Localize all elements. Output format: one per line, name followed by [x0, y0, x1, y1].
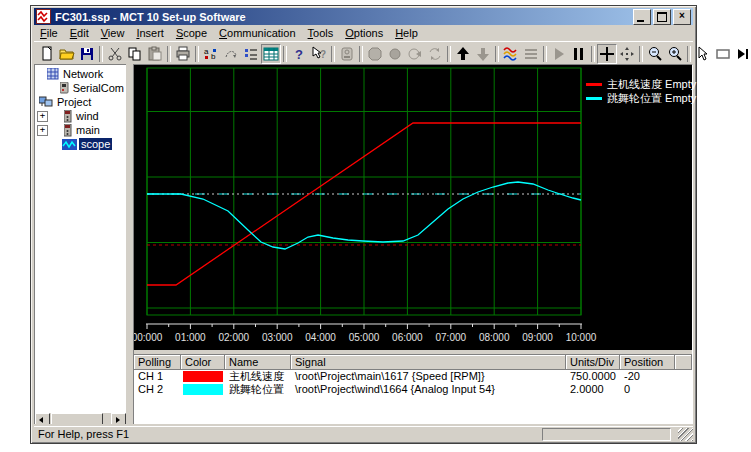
scope-chart-area[interactable]: 00:00001:00002:00003:00004:00005:00006:0…: [134, 65, 692, 350]
show-curves-button[interactable]: [501, 44, 521, 64]
resize-grip[interactable]: [678, 428, 693, 441]
cut-button[interactable]: [105, 44, 125, 64]
toolbar-separator: [359, 46, 363, 62]
start-polling-button[interactable]: [549, 44, 569, 64]
tree-label: Project: [55, 96, 93, 108]
menu-item-file[interactable]: File: [34, 25, 64, 41]
save-button[interactable]: [77, 44, 97, 64]
up-arrow-icon: [455, 46, 471, 62]
col-polling[interactable]: Polling: [134, 355, 181, 370]
menu-item-help[interactable]: Help: [389, 25, 424, 41]
svg-text:?: ?: [320, 49, 326, 60]
status-message: For Help, press F1: [34, 428, 542, 440]
go-to-end-button[interactable]: [733, 44, 751, 64]
tree-horizontal-scrollbar[interactable]: [35, 413, 126, 426]
help-button[interactable]: ?: [289, 44, 309, 64]
title-bar[interactable]: FC301.ssp - MCT 10 Set-up Software ×: [34, 8, 693, 25]
x-axis-label: 00:000: [134, 332, 163, 343]
show-lines-button[interactable]: [521, 44, 541, 64]
zoom-out-icon: [647, 46, 663, 62]
tracking-cursor-button[interactable]: [597, 44, 617, 64]
project-icon: [39, 96, 53, 108]
tree-item-wind[interactable]: + wind: [35, 109, 126, 123]
menu-item-options[interactable]: Options: [339, 25, 389, 41]
col-units-div[interactable]: Units/Div: [566, 355, 620, 370]
minimize-button[interactable]: [633, 9, 651, 25]
menu-item-edit[interactable]: Edit: [64, 25, 95, 41]
units-div-cell: 750.0000: [566, 370, 620, 383]
expand-icon[interactable]: +: [37, 125, 48, 136]
tree-item-project[interactable]: Project: [35, 95, 126, 109]
move-up-button[interactable]: [453, 44, 473, 64]
toolbar-separator: [195, 46, 199, 62]
menu-item-insert[interactable]: Insert: [130, 25, 170, 41]
panel-splitter[interactable]: [126, 64, 133, 427]
position-cell: 0: [620, 383, 675, 396]
help-icon: ?: [291, 46, 307, 62]
tree-item-serialcom[interactable]: SerialCom: [35, 81, 126, 95]
pause-polling-button[interactable]: [569, 44, 589, 64]
new-button[interactable]: [37, 44, 57, 64]
maximize-button[interactable]: [653, 9, 671, 25]
table-row-ch2[interactable]: CH 2跳舞轮位置\root\Project\wind\1664 {Analog…: [134, 383, 692, 396]
menu-item-scope[interactable]: Scope: [170, 25, 213, 41]
col-name[interactable]: Name: [225, 355, 291, 370]
network-definitions-button[interactable]: ab: [201, 44, 221, 64]
app-window: FC301.ssp - MCT 10 Set-up Software × Fil…: [30, 5, 697, 444]
tree-item-scope[interactable]: scope: [35, 137, 126, 151]
copy-button[interactable]: [125, 44, 145, 64]
window-title: FC301.ssp - MCT 10 Set-up Software: [55, 11, 631, 23]
table-view-button[interactable]: [261, 44, 281, 64]
toolbar-separator: [447, 46, 451, 62]
right-arrow-icon: [116, 417, 120, 423]
device-button[interactable]: [337, 44, 357, 64]
list-view-button[interactable]: [241, 44, 261, 64]
device-arrow-button[interactable]: [405, 44, 425, 64]
x-axis-label: 03:000: [262, 332, 293, 343]
table-row-ch1[interactable]: CH 1主机线速度\root\Project\main\1617 {Speed …: [134, 370, 692, 383]
polling-cell: CH 1: [134, 370, 181, 383]
open-button[interactable]: [57, 44, 77, 64]
pan-button[interactable]: [617, 44, 637, 64]
close-button[interactable]: ×: [673, 9, 691, 25]
name-cell: 跳舞轮位置: [225, 383, 291, 396]
expand-icon[interactable]: +: [37, 111, 48, 122]
col-color[interactable]: Color: [181, 355, 225, 370]
scope-chart[interactable]: 00:00001:00002:00003:00004:00005:00006:0…: [134, 65, 695, 350]
down-arrow-icon: [475, 46, 491, 62]
zoom-out-button[interactable]: [645, 44, 665, 64]
record-button[interactable]: [385, 44, 405, 64]
loop-icon: [223, 46, 239, 62]
ch1-legend-swatch: [586, 83, 602, 86]
lines-icon: [523, 46, 539, 62]
loop-points-button[interactable]: [221, 44, 241, 64]
stop-sign-button[interactable]: [365, 44, 385, 64]
select-cursor-button[interactable]: [693, 44, 713, 64]
toolbar-separator: [99, 46, 103, 62]
zoom-in-button[interactable]: [665, 44, 685, 64]
device-icon: [339, 46, 355, 62]
go-to-end-icon: [735, 46, 751, 62]
menu-item-view[interactable]: View: [95, 25, 131, 41]
move-down-button[interactable]: [473, 44, 493, 64]
scissors-icon: [107, 46, 123, 62]
paste-button[interactable]: [145, 44, 165, 64]
print-button[interactable]: [173, 44, 193, 64]
tree-item-network[interactable]: Network: [35, 67, 126, 81]
menu-item-communication[interactable]: Communication: [213, 25, 301, 41]
x-axis-label: 01:000: [175, 332, 206, 343]
filler-cell: [675, 383, 692, 396]
signal-cell: \root\Project\main\1617 {Speed [RPM]}: [291, 370, 566, 383]
col-position[interactable]: Position: [620, 355, 675, 370]
tree-item-main[interactable]: + main: [35, 123, 126, 137]
col-filler: [675, 355, 692, 370]
crosshair-icon: [599, 46, 615, 62]
menu-item-tools[interactable]: Tools: [302, 25, 340, 41]
context-help-button[interactable]: ?: [309, 44, 329, 64]
tree-label: scope: [79, 138, 112, 150]
zoom-box-button[interactable]: [713, 44, 733, 64]
color-cell: [181, 383, 225, 396]
col-signal[interactable]: Signal: [291, 355, 566, 370]
refresh-button[interactable]: [425, 44, 445, 64]
channel-table-header: Polling Color Name Signal Units/Div Posi…: [134, 355, 692, 370]
